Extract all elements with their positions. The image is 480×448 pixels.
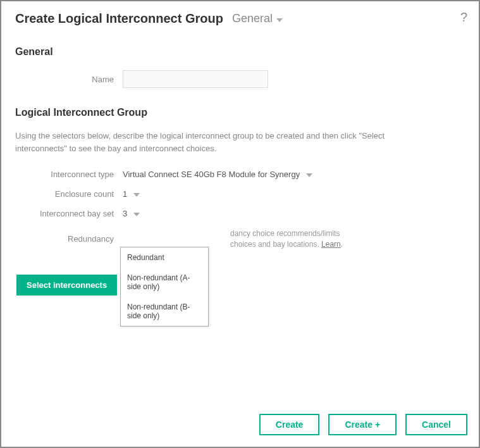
footer-buttons: Create Create + Cancel [259,414,467,435]
create-plus-button[interactable]: Create + [328,414,397,435]
lig-heading: Logical Interconnect Group [15,107,465,118]
interconnect-type-select[interactable]: Virtual Connect SE 40Gb F8 Module for Sy… [123,170,312,179]
cancel-button[interactable]: Cancel [405,414,467,435]
enclosure-count-select[interactable]: 1 [123,189,140,199]
redundancy-row: Redundancy dancy choice recommends/limit… [15,228,465,250]
interconnect-type-label: Interconnect type [15,170,123,179]
redundancy-option-b-side[interactable]: Non-redundant (B-side only) [121,297,208,326]
name-label: Name [15,75,123,84]
redundancy-dropdown: Redundant Non-redundant (A-side only) No… [120,247,209,327]
redundancy-info-line2: choices and bay locations. [230,240,321,249]
name-input[interactable] [123,70,268,88]
enclosure-count-row: Enclosure count 1 [15,189,465,199]
redundancy-label: Redundancy [15,234,123,244]
section-label: General [232,12,273,25]
help-icon[interactable]: ? [460,10,467,25]
redundancy-option-redundant[interactable]: Redundant [121,247,208,268]
lig-description: Using the selectors below, describe the … [15,130,420,154]
dialog-header: Create Logical Interconnect Group Genera… [1,1,479,35]
enclosure-count-value: 1 [123,189,127,199]
interconnect-type-row: Interconnect type Virtual Connect SE 40G… [15,170,465,179]
enclosure-count-label: Enclosure count [15,189,123,199]
interconnect-type-value: Virtual Connect SE 40Gb F8 Module for Sy… [123,170,300,179]
learn-link[interactable]: Learn [321,240,341,249]
dialog-title: Create Logical Interconnect Group [15,11,223,26]
chevron-down-icon [276,12,283,25]
bay-set-value: 3 [123,209,127,218]
redundancy-info-line1: dancy choice recommends/limits [230,229,340,238]
bay-set-label: Interconnect bay set [15,209,123,218]
redundancy-info: dancy choice recommends/limits choices a… [230,228,343,250]
select-interconnects-button[interactable]: Select interconnects [16,275,117,296]
chevron-down-icon [306,170,312,179]
bay-set-select[interactable]: 3 [123,209,140,218]
chevron-down-icon [133,189,140,199]
redundancy-info-end: . [341,240,343,249]
name-row: Name [15,70,465,88]
chevron-down-icon [133,209,140,218]
bay-set-row: Interconnect bay set 3 [15,209,465,218]
section-selector[interactable]: General [232,12,283,25]
redundancy-option-a-side[interactable]: Non-redundant (A-side only) [121,268,208,297]
general-heading: General [15,46,465,58]
create-button[interactable]: Create [259,414,320,435]
